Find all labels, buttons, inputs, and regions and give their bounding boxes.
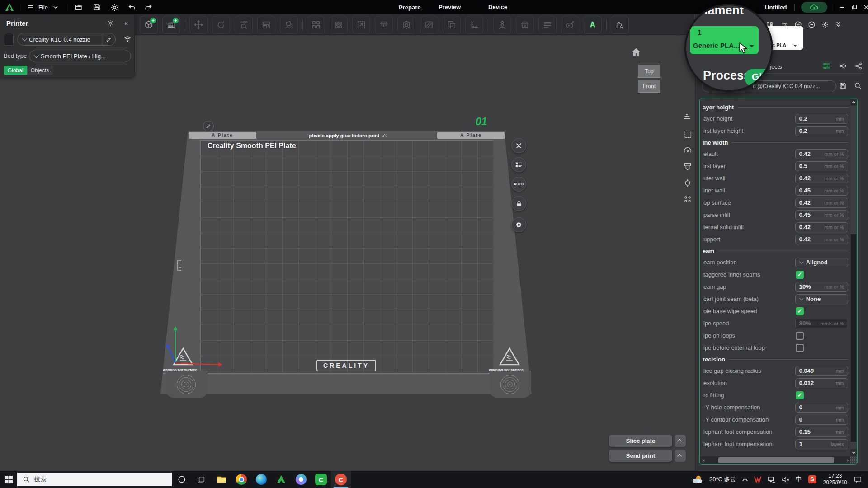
home-view-button[interactable] <box>631 47 641 56</box>
undo-icon[interactable] <box>125 1 139 13</box>
announce-megaphone-icon[interactable] <box>840 62 848 70</box>
wifi-icon[interactable] <box>123 36 132 42</box>
scrollbar-thumb[interactable] <box>718 457 834 463</box>
clock[interactable]: 17:23 2025/9/10 <box>820 473 851 486</box>
param-checkbox[interactable]: ✓ <box>796 271 804 279</box>
collapse-panel-button[interactable]: « <box>124 19 128 27</box>
settings-gear-icon[interactable] <box>108 1 122 13</box>
scroll-up-button[interactable] <box>850 99 857 106</box>
param-value-input[interactable]: 1layers <box>795 439 848 449</box>
param-value-input[interactable]: 0.2mm <box>795 114 848 124</box>
green-app-button[interactable]: C <box>311 471 331 488</box>
network-tray-icon[interactable] <box>764 471 778 488</box>
search-params-icon[interactable] <box>854 82 862 89</box>
tab-objects-clipped[interactable]: jects <box>770 63 782 70</box>
chrome-button[interactable] <box>231 471 251 488</box>
remove-filament-icon[interactable] <box>808 21 816 28</box>
lock-plate-button[interactable] <box>511 196 526 211</box>
edit-plate-name-button[interactable] <box>203 121 214 131</box>
view-top-button[interactable]: Top <box>638 65 660 78</box>
redo-icon[interactable] <box>142 1 155 13</box>
save-icon[interactable] <box>90 1 104 13</box>
send-options-button[interactable] <box>675 450 686 462</box>
tab-prepare[interactable]: Prepare <box>390 2 429 13</box>
horizontal-scrollbar[interactable]: ‹ › <box>700 456 851 464</box>
minimize-button[interactable] <box>835 0 848 14</box>
param-value-input[interactable]: 0.012mm <box>795 378 848 388</box>
param-value-input[interactable]: 0.42mm or % <box>795 222 848 232</box>
hamburger-menu-icon[interactable] <box>24 1 38 13</box>
add-model-button[interactable]: + <box>140 16 158 34</box>
taskbar-search-input[interactable]: 搜索 <box>17 473 172 486</box>
vertical-scrollbar[interactable] <box>850 99 857 456</box>
grid-apps-toggle-icon[interactable] <box>682 193 693 205</box>
volume-tray-icon[interactable] <box>778 471 793 488</box>
task-view-button[interactable] <box>192 471 212 488</box>
bed-type-select[interactable]: Smooth PEI Plate / Hig... <box>29 50 131 62</box>
cloud-app-button[interactable] <box>291 471 311 488</box>
tab-objects[interactable]: Objects <box>27 66 52 75</box>
speed-gauge-toggle-icon[interactable] <box>682 145 693 156</box>
param-select[interactable]: Aligned <box>795 258 848 267</box>
param-value-input[interactable]: 10%mm or % <box>795 282 848 292</box>
tune-toggle-icon[interactable] <box>682 177 693 189</box>
close-button[interactable] <box>860 0 868 14</box>
param-value-input[interactable]: 0.42mm or % <box>795 174 848 183</box>
param-value-input[interactable]: 0mm <box>795 403 848 413</box>
open-folder-icon[interactable] <box>72 1 85 13</box>
param-value-input[interactable]: 0.2mm <box>795 126 848 136</box>
param-value-input[interactable]: 0.42mm or % <box>795 198 848 208</box>
plate-list-button[interactable] <box>511 157 526 172</box>
sogou-tray-icon[interactable]: S <box>805 471 820 488</box>
weather-text[interactable]: 30°C 多云 <box>706 471 739 488</box>
filament-settings-icon[interactable] <box>821 21 829 28</box>
cloud-upload-button[interactable] <box>801 2 827 13</box>
tab-preview[interactable]: Preview <box>430 4 469 10</box>
printer-toggle-icon[interactable] <box>682 161 693 173</box>
view-front-button[interactable]: Front <box>638 80 660 93</box>
param-checkbox[interactable]: ✓ <box>796 307 804 315</box>
tab-device[interactable]: Device <box>480 4 515 10</box>
add-plate-button[interactable]: + <box>162 16 180 34</box>
start-button[interactable] <box>0 471 17 488</box>
param-value-input[interactable]: 0.5mm or % <box>795 161 848 171</box>
printer-settings-icon[interactable] <box>107 19 114 27</box>
plate-settings-button[interactable] <box>511 217 526 232</box>
param-value-input[interactable]: 0.42mm or % <box>795 235 848 244</box>
menu-chevron-icon[interactable] <box>49 1 62 13</box>
assembly-button[interactable] <box>611 16 629 34</box>
printer-select[interactable]: Creality K1C 0.4 nozzle <box>17 33 116 46</box>
param-checkbox[interactable] <box>796 332 804 340</box>
param-value-input[interactable]: 0.45mm or % <box>795 210 848 220</box>
edit-printer-button[interactable] <box>102 33 115 45</box>
file-menu[interactable]: File <box>38 4 48 11</box>
param-value-input[interactable]: 0mm <box>795 415 848 425</box>
edge-button[interactable] <box>251 471 271 488</box>
frame-select-toggle-icon[interactable] <box>682 128 693 140</box>
param-checkbox[interactable]: ✓ <box>796 391 804 399</box>
slice-options-button[interactable] <box>675 435 686 447</box>
share-nodes-icon[interactable] <box>855 62 863 70</box>
auto-arrange-button[interactable]: AUTO <box>511 177 526 192</box>
tab-global[interactable]: Global <box>4 66 27 75</box>
scroll-down-button[interactable] <box>850 449 857 456</box>
cortana-button[interactable] <box>172 471 192 488</box>
save-preset-icon[interactable] <box>839 82 847 89</box>
param-value-input[interactable]: 0.45mm or % <box>795 186 848 196</box>
param-value-input[interactable]: 0.42mm or % <box>795 149 848 159</box>
weather-icon[interactable] <box>688 471 706 488</box>
advanced-sliders-icon[interactable] <box>822 62 830 70</box>
param-value-input[interactable]: 0.049mm <box>795 366 848 376</box>
notification-center-button[interactable] <box>851 471 868 488</box>
file-explorer-button[interactable] <box>212 471 231 488</box>
maximize-button[interactable] <box>848 0 861 14</box>
ime-indicator[interactable]: 中 <box>793 471 805 488</box>
tray-expand-button[interactable] <box>739 471 751 488</box>
scroll-left-button[interactable]: ‹ <box>700 457 708 463</box>
close-plate-button[interactable] <box>511 138 526 153</box>
param-checkbox[interactable] <box>796 344 804 352</box>
scrollbar-thumb[interactable] <box>851 234 856 442</box>
send-print-button[interactable]: Send print <box>609 450 672 462</box>
collapse-chevrons-icon[interactable] <box>835 21 841 28</box>
wps-tray-icon[interactable] <box>751 471 764 488</box>
